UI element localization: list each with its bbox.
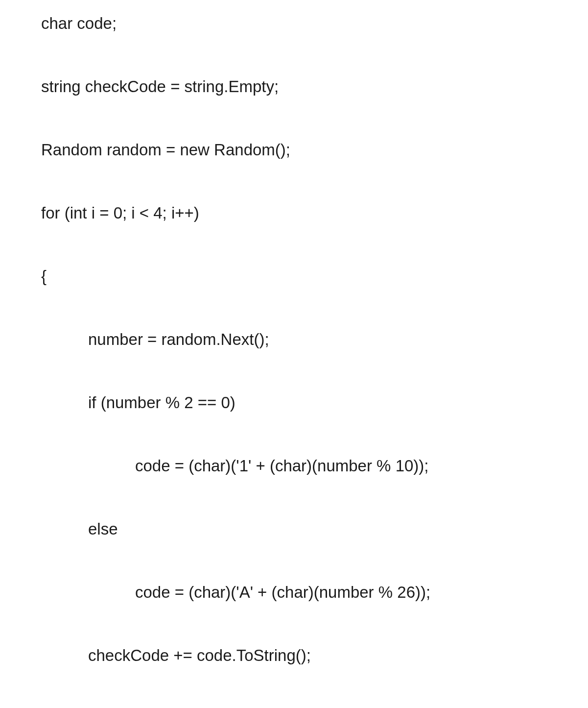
code-line: for (int i = 0; i < 4; i++) <box>0 190 588 237</box>
code-line: code = (char)('A' + (char)(number % 26))… <box>0 569 588 616</box>
code-line: string checkCode = string.Empty; <box>0 63 588 110</box>
code-line: if (number % 2 == 0) <box>0 379 588 426</box>
code-line: { <box>0 253 588 300</box>
code-line: } <box>0 695 588 708</box>
code-line: else <box>0 506 588 553</box>
code-line: code = (char)('1' + (char)(number % 10))… <box>0 442 588 489</box>
code-line: checkCode += code.ToString(); <box>0 632 588 679</box>
code-line: number = random.Next(); <box>0 316 588 363</box>
code-line: Random random = new Random(); <box>0 126 588 173</box>
code-line: char code; <box>0 0 588 47</box>
code-snippet: char code; string checkCode = string.Emp… <box>0 0 588 708</box>
